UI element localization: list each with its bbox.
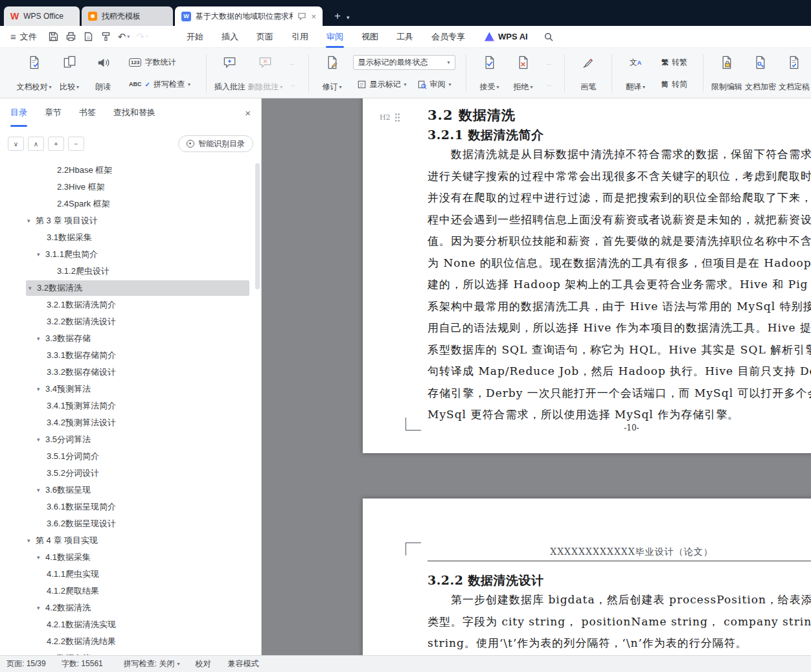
toc-expand-triangle-icon[interactable]: ▾ — [29, 280, 32, 297]
close-tab-icon[interactable]: × — [311, 12, 316, 21]
format-painter-button[interactable] — [97, 29, 115, 45]
chevron-down-icon[interactable]: ▾ — [127, 34, 130, 39]
new-tab-button[interactable]: + — [330, 8, 345, 24]
toc-item[interactable]: ▾3.5分词算法 — [0, 431, 256, 448]
file-menu-button[interactable]: ≡ 文件 — [0, 26, 45, 48]
menu-view[interactable]: 视图 — [352, 26, 387, 48]
toc-item[interactable]: 4.1.1爬虫实现 — [0, 566, 256, 583]
translate-button[interactable]: 文A 翻译▾ — [619, 52, 652, 95]
toc-expand-triangle-icon[interactable]: ▾ — [27, 532, 30, 549]
toc-item[interactable]: 3.4.2预测算法设计 — [0, 414, 256, 431]
menu-review[interactable]: 审阅 — [317, 26, 352, 48]
word-count-button[interactable]: 123 字数统计 — [125, 55, 194, 71]
pen-button[interactable]: 画笔 — [571, 52, 605, 95]
toc-item[interactable]: ▾3.4预测算法 — [0, 381, 256, 398]
toc-item[interactable]: 4.1.2爬取结果 — [0, 583, 256, 599]
tab-chapters[interactable]: 章节 — [45, 98, 62, 127]
toc-item[interactable]: 3.3.2数据存储设计 — [0, 364, 256, 381]
tab-docer-templates[interactable]: 找稻壳模板 — [82, 6, 173, 26]
toc-item[interactable]: 3.3.1数据存储简介 — [0, 347, 256, 364]
toc-item[interactable]: 4.2.2数据清洗结果 — [0, 633, 256, 650]
tab-wps-office[interactable]: W WPS Office — [4, 6, 80, 26]
toc-expand-triangle-icon[interactable]: ▾ — [27, 212, 30, 229]
finalize-button[interactable]: 文档定稿 — [777, 52, 811, 95]
toc-item[interactable]: 3.1数据采集 — [0, 229, 256, 246]
toc-item[interactable]: 3.5.1分词简介 — [0, 448, 256, 465]
toc-item[interactable]: ▾3.1.1爬虫简介 — [0, 246, 256, 263]
page-indicator[interactable]: 页面: 15/39 — [6, 658, 46, 669]
toc-item[interactable]: ▾3.3数据存储 — [0, 330, 256, 347]
toc-item[interactable]: ▾4.3数据存储 — [0, 650, 256, 655]
toc-expand-triangle-icon[interactable]: ▾ — [37, 549, 40, 566]
review-menu-button[interactable]: 审阅 ▾ — [413, 76, 455, 92]
toc-expand-triangle-icon[interactable]: ▾ — [37, 330, 40, 347]
toc-item[interactable]: ▾第 4 章 项目实现 — [0, 532, 256, 549]
toc-expand-triangle-icon[interactable]: ▾ — [37, 381, 40, 398]
comment-bubble-icon[interactable] — [297, 12, 306, 21]
menu-insert[interactable]: 插入 — [212, 26, 247, 48]
toc-expand-triangle-icon[interactable]: ▾ — [37, 246, 40, 263]
toc-expand-down-button[interactable]: ∨ — [8, 137, 24, 151]
previous-change-button[interactable]: ← — [542, 56, 555, 69]
toc-expand-triangle-icon[interactable]: ▾ — [37, 599, 40, 616]
read-aloud-button[interactable]: 朗读 — [86, 52, 120, 95]
insert-comment-button[interactable]: 插入批注 — [213, 52, 247, 95]
previous-comment-button[interactable]: ← — [286, 56, 299, 69]
toc-item[interactable]: 4.2.1数据清洗实现 — [0, 616, 256, 633]
wps-ai-button[interactable]: WPS AI — [485, 32, 528, 41]
toc-item[interactable]: 3.6.2数据呈现设计 — [0, 515, 256, 532]
markup-state-select[interactable]: 显示标记的最终状态 ▾ — [353, 55, 455, 70]
to-simplified-button[interactable]: 简 转简 — [657, 76, 691, 92]
toc-item[interactable]: 3.5.2分词设计 — [0, 465, 256, 482]
compare-button[interactable]: 比较▾ — [52, 52, 86, 95]
close-sidebar-icon[interactable]: × — [245, 107, 251, 118]
toc-item[interactable]: 3.2.1数据清洗简介 — [0, 297, 256, 313]
next-comment-button[interactable]: → — [286, 78, 299, 91]
to-traditional-button[interactable]: 繁 转繁 — [657, 55, 691, 71]
toc-item[interactable]: ▾4.2数据清洗 — [0, 599, 256, 616]
compatibility-mode-indicator[interactable]: 兼容模式 — [227, 658, 258, 669]
toc-item[interactable]: 3.4.1预测算法简介 — [0, 398, 256, 414]
toc-item[interactable]: ▾4.1数据采集 — [0, 549, 256, 566]
document-page-16[interactable]: XXXXXXXXXXXX毕业设计（论文） 3.2.2 数据清洗设计 第一步创建数… — [363, 498, 811, 655]
toc-item[interactable]: 2.4Spark 框架 — [0, 196, 256, 212]
smart-toc-button[interactable]: 智能识别目录 — [178, 135, 253, 152]
document-area[interactable]: H2 3.2 数据清洗 3.2.1 数据清洗简介 数据清洗就是从目标数据中清洗掉… — [262, 98, 811, 655]
show-markup-button[interactable]: 显示标记 ▾ — [353, 76, 411, 92]
encrypt-button[interactable]: 文档加密 — [744, 52, 777, 95]
toc-expand-triangle-icon[interactable]: ▾ — [37, 431, 40, 448]
tab-list-chevron-icon[interactable]: ▾ — [347, 14, 350, 21]
spell-check-button[interactable]: ABC ✓ 拼写检查 ▾ — [125, 76, 194, 92]
toc-collapse-up-button[interactable]: ∧ — [28, 137, 44, 151]
sidebar-scrollbar[interactable] — [255, 163, 260, 289]
toc-expand-triangle-icon[interactable]: ▾ — [37, 482, 40, 498]
toc-item[interactable]: 2.2Hbase 框架 — [0, 162, 256, 179]
track-changes-button[interactable]: 修订▾ — [315, 52, 349, 95]
undo-button[interactable]: ↶ ▾ — [115, 31, 133, 43]
redo-button[interactable]: ↷ ▾ — [133, 31, 152, 43]
tab-find-replace[interactable]: 查找和替换 — [113, 98, 155, 127]
menu-references[interactable]: 引用 — [282, 26, 317, 48]
menu-tools[interactable]: 工具 — [387, 26, 422, 48]
menu-membership[interactable]: 会员专享 — [422, 26, 474, 48]
search-icon[interactable] — [540, 28, 558, 46]
next-change-button[interactable]: → — [542, 78, 555, 91]
toc-item[interactable]: ▾3.6数据呈现 — [0, 482, 256, 498]
proofing-indicator[interactable]: 校对 — [195, 658, 211, 669]
tab-toc[interactable]: 目录 — [10, 98, 27, 127]
drag-handle-icon[interactable] — [394, 113, 400, 122]
menu-home[interactable]: 开始 — [177, 26, 212, 48]
delete-comment-button[interactable]: 删除批注▾ — [247, 52, 284, 95]
restrict-edit-button[interactable]: 限制编辑 — [710, 52, 744, 95]
toc-item[interactable]: 3.1.2爬虫设计 — [0, 263, 256, 280]
spell-check-indicator[interactable]: 拼写检查: 关闭 ▾ — [124, 658, 180, 669]
toc-item[interactable]: ▾3.2数据清洗 — [0, 280, 256, 297]
toc-item[interactable]: 3.2.2数据清洗设计 — [0, 313, 256, 330]
tab-bookmarks[interactable]: 书签 — [79, 98, 96, 127]
toc-zoom-in-button[interactable]: + — [48, 137, 64, 151]
print-button[interactable] — [62, 29, 80, 45]
tab-active-document[interactable]: W 基于大数据的地域职位需求和 × — [175, 6, 323, 26]
accept-button[interactable]: 接受▾ — [472, 52, 506, 95]
document-page-15[interactable]: H2 3.2 数据清洗 3.2.1 数据清洗简介 数据清洗就是从目标数据中清洗掉… — [363, 98, 811, 453]
reject-button[interactable]: 拒绝▾ — [506, 52, 540, 95]
